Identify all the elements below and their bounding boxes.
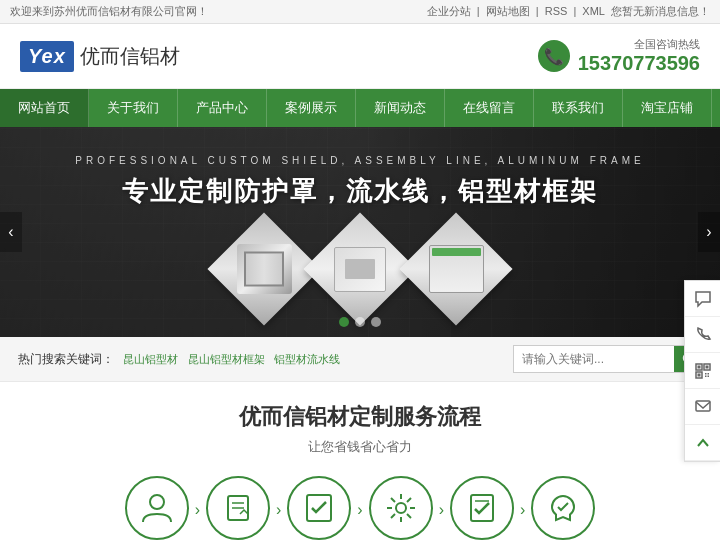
nav-cases[interactable]: 案例展示 [267, 89, 356, 127]
search-bar: 热门搜索关键词： 昆山铝型材 昆山铝型材框架 铝型材流水线 [0, 337, 720, 382]
communicate-icon [139, 490, 175, 526]
banner-dot-1[interactable] [339, 317, 349, 327]
phone-float-icon [694, 326, 712, 344]
message-icon [694, 398, 712, 416]
enterprise-link[interactable]: 企业分站 [427, 5, 471, 17]
step-icon-wrap-2 [206, 476, 270, 540]
contact-label: 全国咨询热线 [578, 37, 700, 52]
svg-rect-23 [698, 373, 701, 376]
service-step-6: 售后服务 [531, 476, 595, 540]
sitemap-link[interactable]: 网站地图 [486, 5, 530, 17]
svg-rect-21 [698, 365, 701, 368]
banner-products [224, 229, 496, 309]
step-arrow-1: › [195, 501, 200, 539]
svg-point-2 [150, 495, 164, 509]
top-bar: 欢迎来到苏州优而信铝材有限公司官网！ 企业分站 | 网站地图 | RSS | X… [0, 0, 720, 24]
step-arrow-3: › [357, 501, 362, 539]
svg-line-13 [407, 514, 411, 518]
contact-phone: 15370773596 [578, 52, 700, 75]
nav-message[interactable]: 在线留言 [445, 89, 534, 127]
svg-line-12 [391, 498, 395, 502]
service-step-4: 生产制作 [369, 476, 433, 540]
svg-point-7 [396, 503, 406, 513]
floating-phone[interactable] [685, 317, 720, 353]
service-step-2: 提供要求 [206, 476, 270, 540]
step-icon-wrap-3 [287, 476, 351, 540]
search-input[interactable] [514, 348, 674, 370]
rss-link[interactable]: RSS [545, 5, 568, 17]
nav-contact[interactable]: 联系我们 [534, 89, 623, 127]
xml-link[interactable]: XML [582, 5, 605, 17]
banner-next-button[interactable]: › [698, 212, 720, 252]
step-icon-wrap-5 [450, 476, 514, 540]
step-arrow-2: › [276, 501, 281, 539]
nav-taobao[interactable]: 淘宝店铺 [623, 89, 712, 127]
header: Yex 优而信铝材 📞 全国咨询热线 15370773596 [0, 24, 720, 89]
logo-icon-text: Yex [28, 45, 66, 67]
logo-subtitle: 优而信铝材 [80, 43, 180, 70]
service-step-5: 验收确认 [450, 476, 514, 540]
svg-rect-24 [705, 373, 707, 375]
banner-prev-button[interactable]: ‹ [0, 212, 22, 252]
nav-news[interactable]: 新闻动态 [356, 89, 445, 127]
service-subtitle: 让您省钱省心省力 [20, 438, 700, 456]
logo[interactable]: Yex 优而信铝材 [20, 41, 180, 72]
floating-chat[interactable] [685, 281, 720, 317]
welcome-text: 欢迎来到苏州优而信铝材有限公司官网！ [10, 4, 208, 19]
svg-rect-25 [708, 373, 710, 375]
nav-about[interactable]: 关于我们 [89, 89, 178, 127]
svg-rect-27 [708, 375, 710, 377]
product-image-3 [399, 212, 512, 325]
svg-rect-22 [706, 365, 709, 368]
banner-title: 专业定制防护罩，流水线，铝型材框架 [122, 174, 598, 209]
banner-dots [339, 317, 381, 327]
hot-keyword-2[interactable]: 昆山铝型材框架 [188, 353, 265, 365]
banner-dot-3[interactable] [371, 317, 381, 327]
after-sales-icon [545, 490, 581, 526]
logo-box: Yex [20, 41, 74, 72]
qr-icon [694, 362, 712, 380]
hot-keyword-3[interactable]: 铝型材流水线 [274, 353, 340, 365]
accept-icon [464, 490, 500, 526]
banner-subtitle: PROFESSIONAL CUSTOM SHIELD, ASSEMBLY LIN… [75, 155, 644, 166]
nav-products[interactable]: 产品中心 [178, 89, 267, 127]
banner: PROFESSIONAL CUSTOM SHIELD, ASSEMBLY LIN… [0, 127, 720, 337]
step-arrow-4: › [439, 501, 444, 539]
main-nav: 网站首页 关于我们 产品中心 案例展示 新闻动态 在线留言 联系我们 淘宝店铺 [0, 89, 720, 127]
top-links: 企业分站 | 网站地图 | RSS | XML 您暂无新消息信息！ [424, 4, 710, 19]
svg-rect-16 [471, 495, 493, 521]
floating-message[interactable] [685, 389, 720, 425]
banner-dot-2[interactable] [355, 317, 365, 327]
floating-sidebar [684, 280, 720, 462]
nav-home[interactable]: 网站首页 [0, 89, 89, 127]
search-input-wrap [513, 345, 705, 373]
floating-top[interactable] [685, 425, 720, 461]
banner-content: PROFESSIONAL CUSTOM SHIELD, ASSEMBLY LIN… [0, 127, 720, 337]
contact-info: 📞 全国咨询热线 15370773596 [538, 37, 700, 75]
contact-text: 全国咨询热线 15370773596 [578, 37, 700, 75]
back-to-top-icon [694, 434, 712, 452]
step-icon-wrap-1 [125, 476, 189, 540]
svg-line-15 [391, 514, 395, 518]
chat-icon [694, 290, 712, 308]
provide-icon [220, 490, 256, 526]
production-icon [383, 490, 419, 526]
svg-rect-26 [705, 375, 707, 377]
service-step-3: 确认定制 [287, 476, 351, 540]
step-icon-wrap-6 [531, 476, 595, 540]
floating-qr[interactable] [685, 353, 720, 389]
confirm-icon [301, 490, 337, 526]
step-icon-wrap-4 [369, 476, 433, 540]
service-steps: 沟通需求 › 提供要求 › 确认定制 [20, 476, 700, 540]
phone-icon: 📞 [538, 40, 570, 72]
service-title: 优而信铝材定制服务流程 [20, 402, 700, 432]
hot-keyword-1[interactable]: 昆山铝型材 [123, 353, 178, 365]
step-arrow-5: › [520, 501, 525, 539]
service-section: 优而信铝材定制服务流程 让您省钱省心省力 沟通需求 › [0, 382, 720, 540]
svg-rect-28 [696, 401, 710, 411]
service-step-1: 沟通需求 [125, 476, 189, 540]
svg-line-14 [407, 498, 411, 502]
search-hot-label: 热门搜索关键词： 昆山铝型材 昆山铝型材框架 铝型材流水线 [15, 351, 343, 368]
